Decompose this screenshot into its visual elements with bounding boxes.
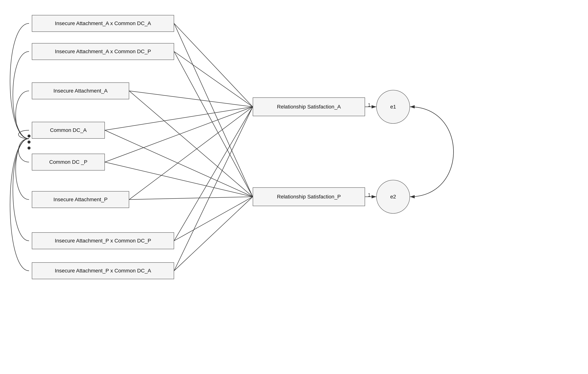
svg-line-13 xyxy=(129,197,253,199)
svg-line-10 xyxy=(129,91,253,197)
dot-2 xyxy=(28,141,31,143)
circle-e2: e2 xyxy=(376,180,410,214)
node-ia-a-dc-a: Insecure Attachment_A x Common DC_A xyxy=(32,15,174,32)
svg-line-9 xyxy=(174,52,253,197)
node-ia-p: Insecure Attachment_P xyxy=(32,191,129,208)
svg-line-6 xyxy=(174,107,253,241)
svg-line-2 xyxy=(129,91,253,107)
svg-line-11 xyxy=(105,130,253,197)
node-dc-p: Common DC _P xyxy=(32,154,105,171)
node-dc-a: Common DC_A xyxy=(32,122,105,139)
node-rs-a: Relationship Satisfaction_A xyxy=(253,98,365,116)
dot-3 xyxy=(28,146,31,150)
node-ia-a: Insecure Attachment_A xyxy=(32,82,129,99)
svg-line-0 xyxy=(174,23,253,107)
node-ia-a-dc-p: Insecure Attachment_A x Common DC_P xyxy=(32,43,174,60)
svg-line-1 xyxy=(174,52,253,107)
svg-line-3 xyxy=(105,107,253,130)
label-one-a: 1 xyxy=(368,102,370,108)
node-ia-p-dc-a: Insecure Attachment_P x Common DC_A xyxy=(32,262,174,279)
node-rs-p: Relationship Satisfaction_P xyxy=(253,187,365,206)
svg-line-4 xyxy=(105,107,253,162)
label-one-p: 1 xyxy=(368,192,370,198)
node-ia-p-dc-p: Insecure Attachment_P x Common DC_P xyxy=(32,232,174,249)
dot-1 xyxy=(28,134,31,138)
circle-e1: e1 xyxy=(376,90,410,124)
svg-line-8 xyxy=(174,23,253,197)
svg-line-14 xyxy=(174,197,253,241)
svg-line-7 xyxy=(174,107,253,271)
svg-line-5 xyxy=(129,107,253,199)
svg-line-15 xyxy=(174,197,253,271)
diagram: Insecure Attachment_A x Common DC_A Inse… xyxy=(0,0,588,374)
